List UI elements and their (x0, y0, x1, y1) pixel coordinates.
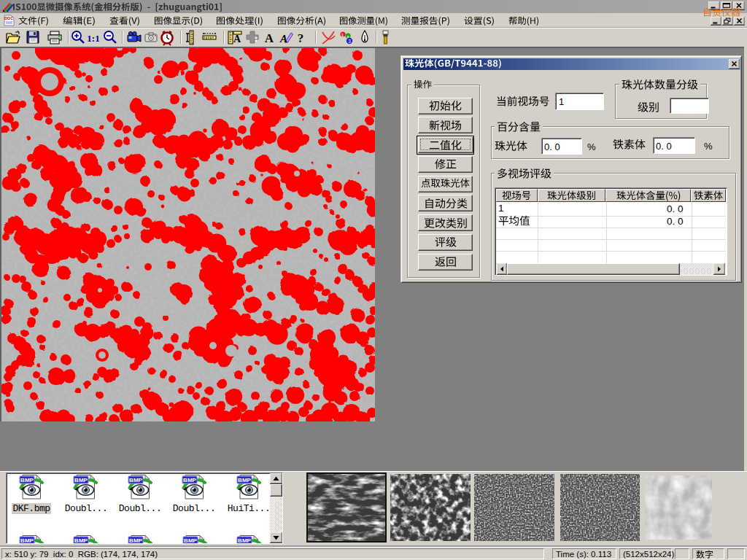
svg-text:1:1: 1:1 (87, 33, 99, 44)
svg-text:A: A (265, 31, 274, 45)
svg-text:3: 3 (348, 39, 351, 44)
svg-text:BMP: BMP (74, 537, 88, 543)
svg-text:BMP: BMP (74, 477, 88, 483)
svg-text:BMP: BMP (238, 537, 251, 543)
svg-text:BMP: BMP (129, 477, 142, 483)
svg-text:?: ? (298, 31, 304, 45)
svg-text:DOC: DOC (4, 16, 13, 20)
svg-text:BMP: BMP (20, 477, 34, 483)
svg-text:BMP: BMP (129, 537, 142, 543)
svg-text:A: A (233, 34, 241, 44)
svg-text:BMP: BMP (20, 537, 34, 543)
svg-text:BMP: BMP (238, 477, 251, 483)
svg-text:BMP: BMP (183, 477, 196, 483)
svg-text:BMP: BMP (184, 537, 197, 543)
